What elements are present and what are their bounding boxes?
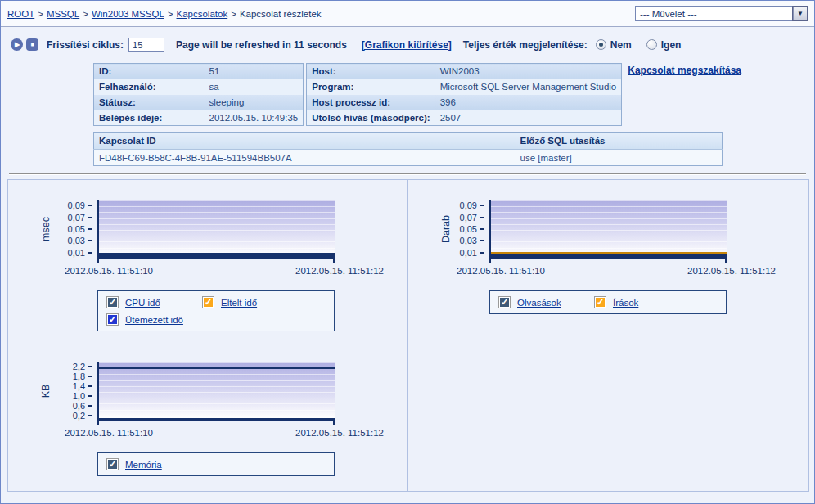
legend-link-elapsed[interactable]: Eltelt idő [221, 298, 257, 308]
y-axis-ticks: 2,21,81,41,00,60,2 [56, 362, 92, 421]
checkbox-checked-icon[interactable]: ✓ [106, 313, 119, 326]
radio-selected-icon[interactable] [596, 39, 606, 50]
legend-link-reads[interactable]: Olvasások [517, 298, 561, 308]
check-icon: ✓ [597, 297, 604, 308]
plot-area-kb [97, 362, 335, 421]
y-tick-mark [88, 252, 92, 254]
info-label: Host: [307, 64, 435, 79]
y-tick-mark [480, 205, 484, 206]
checkbox-checked-icon[interactable]: ✓ [594, 296, 606, 308]
breadcrumb-link-mssql[interactable]: MSSQL [47, 9, 79, 19]
legend-link-cpu[interactable]: CPU idő [125, 298, 160, 308]
section-divider [9, 173, 806, 175]
connection-id-value: FD48FC69-B58C-4F8B-91AE-511594BB507A [94, 150, 516, 166]
action-dropdown[interactable]: --- Művelet --- ▼ [635, 6, 808, 21]
chart-kb: KB 2,21,81,41,00,60,2 2012.05.15. 11:51:… [8, 349, 408, 491]
legend-darab: ✓ Olvasások ✓ Írások [489, 290, 727, 314]
info-label: Belépés ideje: [94, 110, 205, 126]
x-axis-end-label: 2012.05.15. 11:51:12 [295, 266, 384, 276]
radio-unselected-icon[interactable] [646, 39, 657, 50]
y-tick-mark [88, 217, 92, 218]
checkbox-checked-icon[interactable]: ✓ [202, 296, 214, 308]
y-tick-label: 0,09 [460, 200, 477, 210]
checkbox-checked-icon[interactable]: ✓ [106, 458, 119, 470]
connection-info-table-right: Host:WIN2003 Program:Microsoft SQL Serve… [306, 63, 622, 126]
table-row: Host processz id:396 [307, 95, 622, 110]
table-row: Felhasználó:sa [94, 79, 304, 95]
checkbox-checked-icon[interactable]: ✓ [106, 296, 119, 308]
legend-link-scheduled[interactable]: Ütemezett idő [125, 315, 183, 325]
column-header-connection-id: Kapcsolat ID [94, 133, 516, 150]
stop-icon[interactable]: ■ [26, 38, 38, 51]
play-icon[interactable]: ▶ [11, 38, 23, 51]
breadcrumb-link-connections[interactable]: Kapcsolatok [177, 9, 228, 19]
series-line [491, 254, 727, 256]
clear-chart-link[interactable]: [Grafikon kiürítése] [362, 39, 452, 51]
refresh-message-suffix: seconds [307, 39, 347, 51]
legend-kb: ✓ Memória [97, 452, 335, 476]
y-tick-mark [480, 240, 484, 241]
info-value: 51 [205, 64, 304, 79]
info-label: Program: [307, 79, 435, 95]
breadcrumb-link-root[interactable]: ROOT [7, 9, 34, 19]
table-row: Host:WIN2003 [307, 64, 622, 79]
series-line [99, 253, 335, 256]
table-row: ID:51 [94, 64, 304, 79]
y-axis-label: KB [40, 385, 52, 398]
refresh-cycle-input[interactable] [128, 38, 164, 52]
legend-item-cpu[interactable]: ✓ CPU idő [106, 296, 202, 308]
refresh-message-prefix: Page will be refreshed in [176, 39, 291, 51]
y-tick-label: 0,05 [460, 224, 477, 234]
legend-link-writes[interactable]: Írások [613, 298, 638, 308]
x-axis-start-label: 2012.05.15. 11:51:10 [65, 266, 153, 276]
y-tick-mark [88, 415, 92, 416]
legend-item-scheduled[interactable]: ✓ Ütemezett idő [106, 313, 202, 326]
chevron-down-icon[interactable]: ▼ [793, 7, 807, 20]
checkbox-checked-icon[interactable]: ✓ [498, 296, 511, 308]
breadcrumb-link-server[interactable]: Win2003 MSSQL [92, 9, 164, 19]
y-tick-label: 0,01 [460, 248, 477, 258]
info-label: Felhasználó: [94, 79, 205, 95]
table-header-row: Kapcsolat ID Előző SQL utasítás [94, 133, 723, 150]
legend-link-memory[interactable]: Memória [125, 460, 162, 470]
legend-item-memory[interactable]: ✓ Memória [106, 458, 202, 470]
column-header-last-sql: Előző SQL utasítás [516, 133, 723, 150]
empty-chart-cell [408, 349, 808, 491]
breadcrumb-separator: > [231, 9, 236, 19]
info-value: 2012.05.15. 10:49:35 [205, 110, 304, 126]
radio-yes-label: Igen [661, 39, 682, 51]
breadcrumb: ROOT>MSSQL>Win2003 MSSQL>Kapcsolatok>Kap… [7, 9, 322, 19]
disconnect-link[interactable]: Kapcsolat megszakítása [628, 65, 741, 76]
y-tick-mark [480, 228, 484, 230]
legend-item-reads[interactable]: ✓ Olvasások [498, 296, 594, 308]
x-axis-start-label: 2012.05.15. 11:51:10 [457, 266, 545, 276]
y-tick-mark [480, 252, 484, 254]
legend-item-elapsed[interactable]: ✓ Eltelt idő [202, 296, 298, 308]
refresh-message: Page will be refreshed in 11 seconds [176, 39, 347, 51]
y-tick-label: 0,07 [68, 213, 85, 223]
legend-msec: ✓ CPU idő ✓ Eltelt idő ✓ Ütemezett idő [97, 290, 335, 331]
chart-darab: Darab 0,090,070,050,030,01 2012.05.15. 1… [408, 180, 808, 349]
check-icon: ✓ [501, 297, 508, 308]
series-line [99, 367, 335, 369]
refresh-toolbar: ▶ ■ Frissítési ciklus: Page will be refr… [1, 27, 814, 55]
y-tick-label: 0,09 [68, 200, 85, 210]
info-label: Utolsó hívás (másodperc): [307, 110, 435, 126]
y-tick-label: 0,03 [460, 236, 477, 245]
chart-cell-darab: Darab 0,090,070,050,030,01 2012.05.15. 1… [408, 180, 808, 349]
y-tick-mark [480, 217, 484, 218]
y-axis-label: msec [40, 217, 52, 241]
connection-info-table-left: ID:51 Felhasználó:sa Státusz:sleeping Be… [93, 63, 304, 126]
y-tick-mark [88, 385, 92, 387]
last-sql-value: use [master] [516, 150, 723, 166]
refresh-seconds-count: 11 [294, 39, 304, 51]
legend-item-writes[interactable]: ✓ Írások [594, 296, 690, 308]
refresh-cycle-label: Frissítési ciklus: [47, 39, 124, 51]
radio-option-yes[interactable]: Igen [646, 39, 682, 51]
info-label: ID: [94, 64, 205, 79]
chart-cell-msec: msec 0,090,070,050,030,01 2012.05.15. 11… [8, 180, 408, 349]
chart-msec: msec 0,090,070,050,030,01 2012.05.15. 11… [8, 180, 408, 349]
y-tick-mark [88, 376, 92, 377]
x-axis-end-label: 2012.05.15. 11:51:12 [687, 266, 776, 276]
radio-option-no[interactable]: Nem [596, 39, 632, 51]
